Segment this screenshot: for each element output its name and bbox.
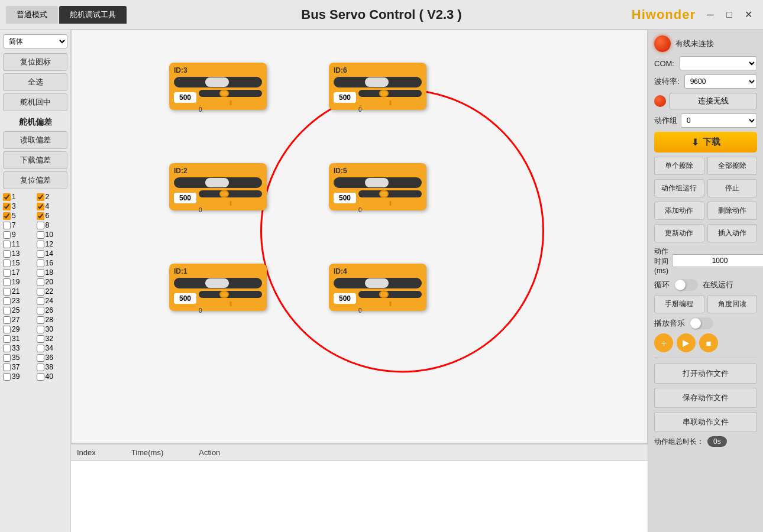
- checkbox-item-7: 7: [3, 221, 34, 229]
- select-all-button[interactable]: 全选: [3, 73, 67, 91]
- minimize-button[interactable]: ─: [704, 9, 716, 21]
- servo-checkbox-6[interactable]: [37, 212, 44, 220]
- baud-select[interactable]: 9600 115200: [684, 74, 757, 89]
- servo-range-track-ID:3[interactable]: [199, 90, 262, 97]
- servo-value-ID:1: 500: [174, 293, 196, 304]
- servo-range-track-ID:1[interactable]: [199, 291, 262, 298]
- servo-position-track-ID:4[interactable]: [334, 278, 422, 288]
- servo-checkbox-8[interactable]: [37, 222, 44, 229]
- servo-center-button[interactable]: 舵机回中: [3, 93, 67, 111]
- single-erase-button[interactable]: 单个擦除: [654, 157, 704, 175]
- add-action-button[interactable]: 添加动作: [654, 202, 704, 220]
- checkbox-label-31: 31: [12, 335, 20, 343]
- servo-checkbox-12[interactable]: [37, 241, 44, 248]
- servo-checkbox-25[interactable]: [3, 307, 11, 314]
- erase-all-button[interactable]: 全部擦除: [707, 157, 758, 175]
- servo-checkbox-38[interactable]: [37, 364, 44, 371]
- servo-checkbox-11[interactable]: [3, 241, 11, 248]
- music-row: 播放音乐: [654, 317, 757, 329]
- servo-range-track-ID:2[interactable]: [199, 190, 262, 197]
- music-label: 播放音乐: [654, 318, 685, 329]
- music-toggle[interactable]: [690, 317, 713, 329]
- servo-title-ID:2: ID:2: [174, 167, 262, 175]
- language-select[interactable]: 简体 繁體 English: [3, 34, 67, 48]
- loop-toggle[interactable]: [674, 279, 698, 291]
- servo-checkbox-15[interactable]: [3, 259, 11, 267]
- download-button[interactable]: ⬇ 下载: [654, 132, 757, 153]
- tab-debug-mode[interactable]: 舵机调试工具: [59, 6, 127, 24]
- servo-checkbox-4[interactable]: [37, 203, 44, 210]
- update-action-button[interactable]: 更新动作: [654, 224, 704, 242]
- servo-checkbox-34[interactable]: [37, 345, 44, 352]
- save-file-button[interactable]: 保存动作文件: [654, 388, 757, 408]
- wireless-connect-button[interactable]: 连接无线: [670, 93, 757, 109]
- servo-checkbox-17[interactable]: [3, 269, 11, 277]
- insert-action-button[interactable]: 插入动作: [707, 224, 758, 242]
- hand-program-button[interactable]: 手掰编程: [654, 295, 704, 313]
- servo-checkbox-22[interactable]: [37, 288, 44, 296]
- tab-normal-mode[interactable]: 普通模式: [6, 6, 58, 24]
- add-play-button[interactable]: ＋: [654, 333, 673, 352]
- com-select[interactable]: [680, 56, 757, 70]
- reset-icon-button[interactable]: 复位图标: [3, 53, 67, 71]
- run-group-button[interactable]: 动作组运行: [654, 179, 704, 197]
- servo-checkbox-39[interactable]: [3, 373, 11, 381]
- servo-position-track-ID:6[interactable]: [334, 77, 422, 87]
- servo-checkbox-26[interactable]: [37, 307, 44, 314]
- servo-checkbox-19[interactable]: [3, 278, 11, 286]
- servo-checkbox-28[interactable]: [37, 316, 44, 324]
- close-button[interactable]: ✕: [742, 9, 754, 21]
- angle-read-button[interactable]: 角度回读: [707, 295, 758, 313]
- maximize-button[interactable]: □: [723, 9, 735, 21]
- action-group-select[interactable]: 0 1: [681, 113, 757, 128]
- checkbox-item-8: 8: [37, 221, 68, 229]
- duration-badge: 0s: [707, 436, 727, 447]
- servo-range-track-ID:6[interactable]: [358, 90, 422, 97]
- servo-checkbox-36[interactable]: [37, 354, 44, 362]
- stop-play-button[interactable]: ■: [699, 333, 718, 352]
- servo-checkbox-21[interactable]: [3, 288, 11, 296]
- checkbox-item-3: 3: [3, 202, 34, 210]
- servo-value-ID:2: 500: [174, 193, 196, 203]
- play-button[interactable]: ▶: [677, 333, 696, 352]
- servo-checkbox-16[interactable]: [37, 259, 44, 267]
- servo-checkbox-18[interactable]: [37, 269, 44, 277]
- servo-checkbox-7[interactable]: [3, 222, 11, 229]
- servo-checkbox-9[interactable]: [3, 231, 11, 239]
- servo-position-track-ID:2[interactable]: [174, 177, 262, 188]
- servo-checkbox-23[interactable]: [3, 297, 11, 305]
- servo-position-track-ID:1[interactable]: [174, 278, 262, 288]
- servo-checkbox-31[interactable]: [3, 335, 11, 343]
- servo-range-track-ID:4[interactable]: [358, 291, 422, 298]
- servo-checkbox-1[interactable]: [3, 193, 11, 201]
- delete-action-button[interactable]: 删除动作: [707, 202, 758, 220]
- servo-checkbox-27[interactable]: [3, 316, 11, 324]
- stop-button[interactable]: 停止: [707, 179, 758, 197]
- servo-checkbox-35[interactable]: [3, 354, 11, 362]
- download-deviation-button[interactable]: 下载偏差: [3, 151, 67, 169]
- servo-checkbox-40[interactable]: [37, 373, 44, 381]
- servo-checkbox-2[interactable]: [37, 193, 44, 201]
- action-time-input[interactable]: [672, 254, 763, 267]
- open-file-button[interactable]: 打开动作文件: [654, 364, 757, 384]
- servo-checkbox-20[interactable]: [37, 278, 44, 286]
- servo-checkbox-13[interactable]: [3, 250, 11, 258]
- checkbox-label-14: 14: [46, 249, 53, 258]
- concat-file-button[interactable]: 串联动作文件: [654, 412, 757, 432]
- servo-checkbox-29[interactable]: [3, 326, 11, 333]
- servo-checkbox-37[interactable]: [3, 364, 11, 371]
- servo-checkbox-30[interactable]: [37, 326, 44, 333]
- servo-checkbox-3[interactable]: [3, 203, 11, 210]
- checkbox-item-28: 28: [37, 316, 68, 324]
- servo-position-track-ID:5[interactable]: [334, 177, 422, 188]
- servo-checkbox-24[interactable]: [37, 297, 44, 305]
- reset-deviation-button[interactable]: 复位偏差: [3, 171, 67, 189]
- servo-checkbox-32[interactable]: [37, 335, 44, 343]
- servo-range-track-ID:5[interactable]: [358, 190, 422, 197]
- servo-checkbox-10[interactable]: [37, 231, 44, 239]
- servo-checkbox-33[interactable]: [3, 345, 11, 352]
- servo-checkbox-5[interactable]: [3, 212, 11, 220]
- servo-checkbox-14[interactable]: [37, 250, 44, 258]
- read-deviation-button[interactable]: 读取偏差: [3, 131, 67, 149]
- servo-position-track-ID:3[interactable]: [174, 77, 262, 87]
